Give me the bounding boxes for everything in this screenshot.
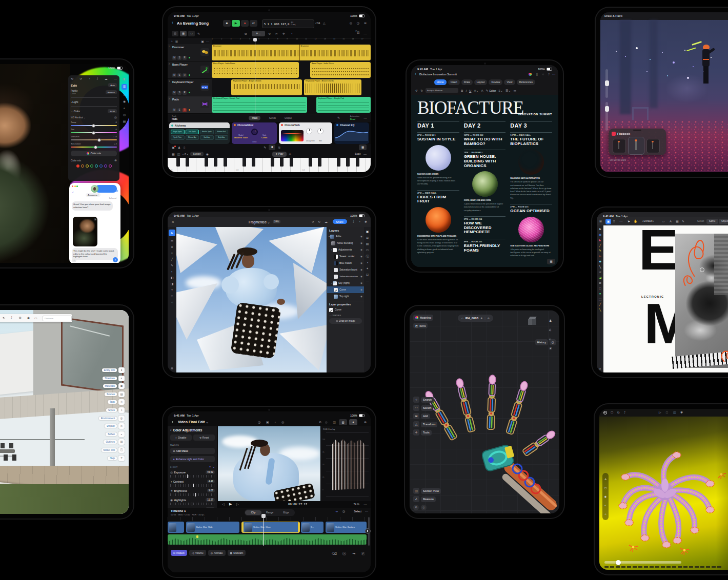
reset-button[interactable]: ⟲Reset [193, 434, 215, 441]
modeling-button[interactable]: Modeling [413, 315, 433, 321]
shape-tool[interactable]: □ [171, 295, 173, 298]
highlights-slider[interactable] [170, 503, 215, 505]
poster-canvas[interactable]: E LECTRONIC M USIC AV SO [603, 225, 728, 372]
node-icon[interactable]: ✋ [634, 220, 638, 223]
list-icon[interactable]: ☰⌄ [505, 89, 511, 92]
piano-black-key[interactable] [214, 158, 217, 167]
export-rail-icon[interactable]: ⊡ [366, 273, 369, 276]
player-icon[interactable]: ♟ [178, 146, 180, 149]
mix-dot-red[interactable] [76, 164, 79, 168]
add-attachment-button[interactable]: + [72, 258, 76, 262]
layer-row[interactable]: Yellow desaturation◉ [327, 273, 364, 280]
render-progress-slider[interactable] [604, 561, 681, 564]
home-icon[interactable]: ⌂ [172, 220, 174, 223]
record-enable-button[interactable]: R [183, 108, 187, 112]
decay-knob[interactable] [306, 128, 312, 134]
disable-button[interactable]: ◐Disable [170, 434, 192, 441]
octave-down[interactable]: ‹ [183, 153, 184, 156]
swatch-tool[interactable]: ● [599, 292, 601, 295]
collab-icon[interactable]: ▯ [536, 73, 538, 76]
region-pad-1[interactable]: Keyboard Player - Simple Pad [212, 97, 307, 113]
shadows-icon[interactable]: ◐ [118, 376, 125, 381]
plugin-alchemy[interactable]: Alchemy Bright Synth Soft Synth Metallic… [169, 122, 230, 144]
layer-row-selected[interactable]: Curve◉ [327, 286, 364, 293]
octave-up[interactable]: › [187, 153, 188, 156]
italic-icon[interactable]: I [466, 89, 467, 92]
video-preview[interactable] [218, 426, 320, 501]
playhead[interactable] [255, 38, 255, 114]
exposure-slider[interactable] [170, 475, 215, 478]
tab-output[interactable]: Output [281, 116, 295, 120]
visibility-icon[interactable]: ◉ [360, 295, 362, 298]
entity-info-button[interactable]: Entity Info [102, 368, 117, 372]
region-pad-2[interactable]: Keyboard Player - Simple Pad [316, 97, 371, 113]
contrast-slider[interactable] [170, 484, 215, 487]
play-mode-button[interactable]: ➤ Play [272, 152, 287, 157]
open-icon[interactable]: ⧉ [19, 316, 21, 320]
measure-button[interactable]: Measure [421, 496, 436, 502]
cycle-button[interactable]: ⇄ [250, 20, 257, 27]
drag-handle[interactable] [633, 130, 641, 131]
animate-button[interactable]: ◎Animate [208, 550, 226, 556]
smudge-tool[interactable]: ✑ [599, 271, 601, 274]
traffic-max[interactable] [76, 185, 78, 187]
piano-black-key[interactable] [242, 158, 246, 167]
brush2-tool[interactable]: ╲ [599, 265, 601, 268]
piano-black-key[interactable] [271, 158, 274, 167]
history-icon[interactable]: ◔ [89, 77, 91, 80]
brush-size-slider[interactable] [605, 69, 608, 98]
tab-view[interactable]: View [504, 79, 515, 85]
scenes-icon[interactable]: ▤ [118, 391, 125, 397]
pencil-tool[interactable]: ✎ [171, 264, 173, 267]
layer-row[interactable]: Noise blending◉ [327, 240, 364, 246]
scale-button[interactable]: Scale [355, 153, 361, 155]
undo-icon[interactable]: ↺ [415, 89, 418, 92]
clip-short[interactable]: S… [301, 522, 323, 533]
canvas[interactable]: Flipbook 00:00 03.019 [600, 20, 728, 172]
piano-black-key[interactable] [309, 158, 312, 167]
retime-icon[interactable]: ◷ [342, 510, 345, 513]
sidebar-icon[interactable]: ⊞ [599, 220, 602, 223]
camera-icon[interactable]: ◫ [673, 411, 676, 414]
tab-home[interactable]: Home [434, 79, 447, 85]
region-bass-1[interactable]: Bass Player - Indie Disco [212, 62, 299, 78]
timeline-more-icon[interactable]: ⋯ [365, 510, 368, 513]
header-display-icon[interactable]: ▣ [201, 39, 204, 43]
text-style-icon[interactable]: A⌄ [474, 89, 478, 92]
gradient-tool[interactable]: ◨ [171, 282, 174, 285]
visibility-icon[interactable]: ◉ [360, 268, 362, 271]
fill-tool[interactable]: ◆ [599, 260, 601, 263]
undo-icon[interactable]: ↺ [79, 77, 82, 80]
ar-view-icon[interactable]: ♟ [549, 319, 552, 322]
preset-cell[interactable]: Bright Arp [215, 135, 229, 140]
piano-black-key[interactable] [176, 158, 180, 167]
artboard-tool[interactable]: ◉ [599, 233, 601, 236]
volume-button[interactable]: ◁)Volume [189, 550, 206, 556]
move-tool[interactable]: ➤ [599, 227, 601, 231]
vector-brush-tool[interactable]: ◣ [599, 238, 601, 241]
record-enable-button[interactable]: R [183, 56, 187, 60]
export-icon[interactable]: ⤴ [96, 77, 98, 80]
sketch-icon[interactable]: ◠ [413, 405, 419, 411]
tracks-view-icon[interactable]: ▦ [180, 31, 187, 36]
drag-on-image-button[interactable]: ◎Drag on image [329, 318, 362, 324]
remove-attachment-icon[interactable]: ✕ [94, 218, 97, 221]
overwrite-icon[interactable]: ⇥ [352, 552, 355, 555]
document-name[interactable]: Fragmented ⌄ [249, 220, 270, 224]
sketch-button[interactable]: Sketch [421, 405, 433, 411]
tab-review[interactable]: Review [489, 79, 502, 85]
presets-icon[interactable]: ◧ [123, 77, 126, 80]
loop-icon[interactable]: ↻ [268, 32, 271, 35]
tuner-icon[interactable]: ◎ [350, 22, 352, 25]
track-filter-icon[interactable]: ⊞ [175, 39, 178, 43]
light-section[interactable]: › Light [71, 100, 78, 103]
same-button[interactable]: Same [706, 219, 718, 224]
track-row-drummer[interactable]: 1 Drummer MSR [168, 44, 212, 61]
layers-rail-icon[interactable]: ▣ [366, 230, 369, 233]
face-icon[interactable]: ◎ [281, 421, 284, 424]
traffic-min[interactable] [74, 185, 76, 187]
effects-active-icon[interactable]: ✦ [349, 419, 357, 425]
home-icon[interactable]: ⌂ [461, 317, 463, 320]
solo-button[interactable]: S [177, 56, 181, 60]
knife-tool[interactable]: ✂ [599, 255, 601, 258]
